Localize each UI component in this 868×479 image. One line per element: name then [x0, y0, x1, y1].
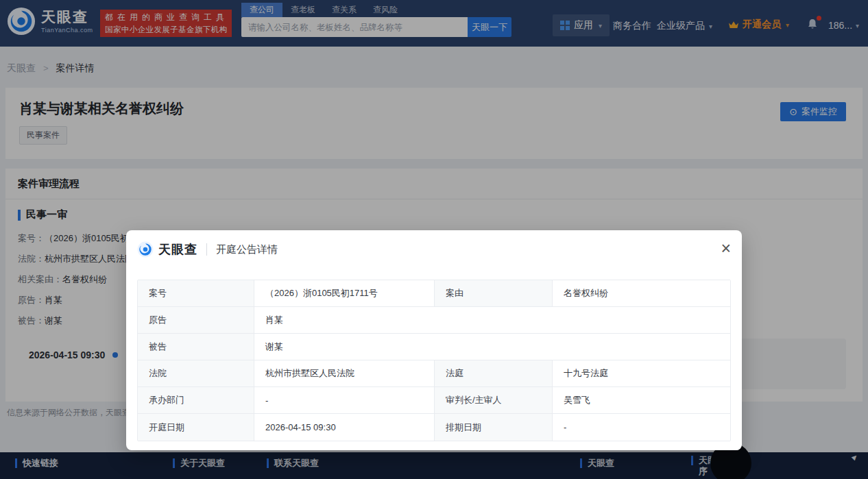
close-icon[interactable]: × [721, 239, 731, 257]
department-label-cell: 承办部门 [138, 387, 254, 414]
modal-brand: 天眼查 [158, 241, 197, 258]
defendant-value-cell: 谢某 [254, 334, 730, 360]
judge-label-cell: 审判长/主审人 [435, 387, 553, 414]
plaintiff-label-cell: 原告 [138, 307, 254, 334]
plaintiff-value-cell: 肖某 [254, 307, 730, 334]
defendant-label-cell: 被告 [138, 334, 254, 360]
schedule-date-value-cell: - [553, 414, 730, 441]
courtroom-value-cell: 十九号法庭 [553, 360, 730, 387]
schedule-date-label-cell: 排期日期 [435, 414, 553, 441]
courtroom-label-cell: 法庭 [435, 360, 553, 387]
hearing-announcement-modal: 天眼查 开庭公告详情 × 案号 （2026）浙0105民初1711号 案由 名誉… [126, 230, 742, 450]
department-value-cell: - [254, 387, 435, 414]
hearing-detail-table: 案号 （2026）浙0105民初1711号 案由 名誉权纠纷 原告 肖某 被告 … [137, 280, 731, 441]
modal-header-divider [206, 243, 207, 256]
modal-title: 开庭公告详情 [216, 243, 278, 256]
case-no-value-cell: （2026）浙0105民初1711号 [254, 280, 435, 307]
open-date-label-cell: 开庭日期 [138, 414, 254, 441]
court-label-cell: 法院 [138, 360, 254, 387]
cause-label-cell: 案由 [435, 280, 553, 307]
page: 天眼查 TianYanCha.com 都在用的商业查询工具 国家中小企业发展子基… [0, 0, 868, 479]
case-no-label-cell: 案号 [138, 280, 254, 307]
cause-value-cell: 名誉权纠纷 [553, 280, 730, 307]
tianyancha-logo-icon [137, 241, 154, 258]
judge-value-cell: 吴雪飞 [553, 387, 730, 414]
modal-header: 天眼查 开庭公告详情 × [126, 230, 742, 269]
court-value-cell: 杭州市拱墅区人民法院 [254, 360, 435, 387]
modal-body: 案号 （2026）浙0105民初1711号 案由 名誉权纠纷 原告 肖某 被告 … [137, 280, 731, 441]
open-date-value-cell: 2026-04-15 09:30 [254, 414, 435, 441]
